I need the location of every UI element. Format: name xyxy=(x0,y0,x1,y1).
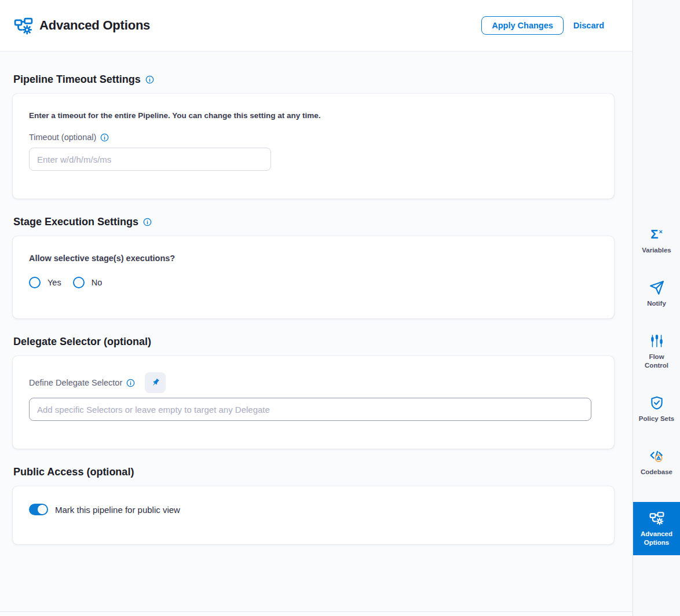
sidebar-item-label: Advanced Options xyxy=(638,530,676,547)
stage-execution-heading-text: Stage Execution Settings xyxy=(13,216,138,228)
page-title: Advanced Options xyxy=(39,18,150,33)
radio-label: Yes xyxy=(47,278,61,287)
apply-changes-button[interactable]: Apply Changes xyxy=(481,16,564,35)
delegate-heading-text: Delegate Selector (optional) xyxy=(13,336,151,348)
timeout-field-label: Timeout (optional) xyxy=(29,133,598,142)
sidebar-item-notify[interactable]: Notify xyxy=(633,280,680,308)
public-access-toggle-row: Mark this pipeline for public view xyxy=(29,504,598,515)
timeout-label-text: Timeout (optional) xyxy=(29,133,96,142)
sidebar-item-label: Policy Sets xyxy=(639,415,674,423)
pipeline-settings-rail: Σ × Variables Notify xyxy=(633,0,680,616)
public-access-heading-text: Public Access (optional) xyxy=(13,466,134,478)
radio-circle-icon[interactable] xyxy=(29,277,41,288)
delegate-selector-input[interactable] xyxy=(29,398,591,421)
sidebar-item-policy-sets[interactable]: Policy Sets xyxy=(633,395,680,423)
paper-plane-icon xyxy=(649,280,664,295)
public-view-toggle-label: Mark this pipeline for public view xyxy=(55,505,180,515)
sigma-glyph: Σ xyxy=(650,228,658,241)
info-icon[interactable] xyxy=(100,133,109,142)
discard-button[interactable]: Discard xyxy=(573,21,604,30)
panel-content: Pipeline Timeout Settings Enter a timeou… xyxy=(0,52,633,544)
selective-execution-question: Allow selective stage(s) executions? xyxy=(29,254,598,263)
sidebar-item-flow-control[interactable]: Flow Control xyxy=(633,333,680,370)
delegate-card: Define Delegate Selector xyxy=(13,356,614,449)
delegate-label-text: Define Delegate Selector xyxy=(29,378,122,387)
timeout-section-heading: Pipeline Timeout Settings xyxy=(13,74,614,86)
sigma-superscript: × xyxy=(659,229,662,235)
public-access-card: Mark this pipeline for public view xyxy=(13,486,614,544)
sidebar-item-codebase[interactable]: Codebase xyxy=(633,449,680,476)
stage-execution-card: Allow selective stage(s) executions? Yes… xyxy=(13,236,614,318)
radio-circle-icon[interactable] xyxy=(73,277,85,288)
pushpin-icon xyxy=(150,377,161,388)
public-access-section-heading: Public Access (optional) xyxy=(13,466,614,478)
sidebar-item-advanced-options[interactable]: Advanced Options xyxy=(633,502,680,555)
radio-option-no[interactable]: No xyxy=(73,277,103,288)
sidebar-item-label: Codebase xyxy=(641,468,672,476)
sidebar-item-variables[interactable]: Σ × Variables xyxy=(633,227,680,255)
delegate-section-heading: Delegate Selector (optional) xyxy=(13,336,614,348)
public-view-toggle[interactable] xyxy=(29,504,48,515)
timeout-heading-text: Pipeline Timeout Settings xyxy=(13,74,141,86)
timeout-card: Enter a timeout for the entire Pipeline.… xyxy=(13,94,614,199)
sidebar-item-label: Flow Control xyxy=(638,353,676,370)
code-warning-icon xyxy=(649,449,664,464)
selective-execution-radio-group: Yes No xyxy=(29,277,598,288)
delegate-label-row: Define Delegate Selector xyxy=(29,372,598,393)
info-icon[interactable] xyxy=(145,75,154,84)
shield-check-icon xyxy=(649,395,664,410)
panel-bottom-divider xyxy=(0,611,633,612)
advanced-options-panel: Advanced Options Apply Changes Discard P… xyxy=(0,0,680,616)
toggle-knob xyxy=(38,505,47,514)
sidebar-item-label: Variables xyxy=(642,246,671,255)
pin-button[interactable] xyxy=(145,372,166,393)
pipeline-gear-icon xyxy=(649,511,664,526)
radio-label: No xyxy=(92,278,103,287)
sidebar-item-label: Notify xyxy=(647,299,666,308)
stage-execution-section-heading: Stage Execution Settings xyxy=(13,216,614,228)
panel-header: Advanced Options Apply Changes Discard xyxy=(0,0,633,52)
radio-option-yes[interactable]: Yes xyxy=(29,277,61,288)
timeout-description: Enter a timeout for the entire Pipeline.… xyxy=(29,111,598,120)
sigma-x-icon: Σ × xyxy=(649,227,664,242)
main-panel: Advanced Options Apply Changes Discard P… xyxy=(0,0,633,616)
flow-control-sliders-icon xyxy=(649,333,664,349)
pipeline-gear-icon xyxy=(14,16,33,35)
info-icon[interactable] xyxy=(143,218,152,226)
delegate-field-label: Define Delegate Selector xyxy=(29,378,135,387)
info-icon[interactable] xyxy=(126,379,135,387)
timeout-input[interactable] xyxy=(29,148,271,171)
